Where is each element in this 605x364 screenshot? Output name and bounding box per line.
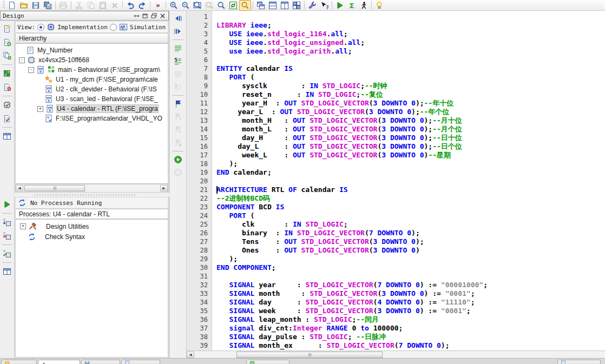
- code-line[interactable]: [216, 12, 605, 21]
- bottom-tab[interactable]: [557, 360, 601, 364]
- code-line[interactable]: sysclk : IN STD_LOGIC;--时钟: [216, 82, 605, 90]
- code-line[interactable]: COMPONENT BCD IS: [216, 203, 605, 211]
- code-line[interactable]: SIGNAL week : STD_LOGIC_VECTOR(3 DOWNTO …: [216, 307, 605, 315]
- next-bookmark-button[interactable]: [172, 111, 184, 122]
- toggle-bookmark-button[interactable]: [172, 98, 184, 109]
- cut-button[interactable]: [73, 0, 85, 11]
- previous-view-button[interactable]: [172, 13, 184, 24]
- close-panel-button[interactable]: [159, 12, 166, 19]
- process-item[interactable]: Check Syntax: [16, 231, 168, 242]
- hierarchy-item[interactable]: VHDU2 - clk_devider - Behavioral (F:\IS: [16, 84, 168, 94]
- refresh-view-button[interactable]: [227, 0, 239, 11]
- code-line[interactable]: SIGNAL day : STD_LOGIC_VECTOR(4 DOWNTO 0…: [216, 298, 605, 307]
- paste-button[interactable]: [97, 0, 109, 11]
- abort-process-button[interactable]: [358, 0, 370, 11]
- hierarchy-item[interactable]: -xc4vsx25-10ff668: [16, 55, 168, 65]
- undo-line-changes-button[interactable]: 5: [172, 56, 184, 67]
- hierarchy-tree[interactable]: My_Number-xc4vsx25-10ff668-VHDmain - Beh…: [15, 43, 168, 184]
- code-line[interactable]: month_L : OUT STD_LOGIC_VECTOR(3 DOWNTO …: [216, 125, 605, 134]
- bottom-tab[interactable]: [38, 360, 80, 364]
- tree-expander[interactable]: -: [28, 67, 34, 73]
- processes-tree[interactable]: +Design UtilitiesCheck Syntax: [15, 219, 168, 358]
- code-line[interactable]: SIGNAL leap_month : STD_LOGIC;--闰月: [216, 315, 605, 324]
- code-line[interactable]: END calendar;: [216, 168, 605, 177]
- view-radio-simulation[interactable]: [110, 24, 117, 31]
- code-line[interactable]: month_H : OUT STD_LOGIC_VECTOR(3 DOWNTO …: [216, 116, 605, 125]
- zoom-out-button[interactable]: [180, 0, 192, 11]
- code-line[interactable]: SIGNAL month : STD_LOGIC_VECTOR(3 DOWNTO…: [216, 289, 605, 298]
- hierarchy-item[interactable]: My_Number: [16, 45, 168, 55]
- process-item[interactable]: +Design Utilities: [16, 221, 168, 231]
- redo-button[interactable]: [136, 0, 148, 11]
- code-line[interactable]: day_L : OUT STD_LOGIC_VECTOR(3 DOWNTO 0)…: [216, 142, 605, 151]
- tip-lightbulb-button[interactable]: [373, 0, 385, 11]
- add-copy-of-source-button[interactable]: [1, 50, 13, 61]
- code-line[interactable]: );: [216, 255, 605, 263]
- navigate-back-button[interactable]: [172, 154, 184, 165]
- editor-hscrollbar[interactable]: ◀: [187, 350, 605, 359]
- code-line[interactable]: SIGNAL day_pulse : STD_LOGIC; --日脉冲: [216, 333, 605, 341]
- restore-panel-button[interactable]: [150, 12, 157, 19]
- hierarchy-item[interactable]: U1 - my_dcm (F:\ISE_program\cale: [16, 75, 168, 84]
- zoom-in-button[interactable]: [168, 0, 180, 11]
- message-filtering-button[interactable]: [1, 113, 13, 124]
- select-lines-disabled-button[interactable]: [172, 69, 184, 80]
- code-line[interactable]: [216, 272, 605, 281]
- design-properties-button[interactable]: [1, 100, 13, 110]
- bottom-tab[interactable]: [121, 360, 160, 364]
- code-line[interactable]: Ones : OUT STD_LOGIC_VECTOR(3 DOWNTO 0): [216, 246, 605, 255]
- code-line[interactable]: USE ieee.std_logic_unsigned.all;: [216, 38, 605, 47]
- settings-wrench-button[interactable]: [306, 0, 318, 11]
- code-line[interactable]: Tens : OUT STD_LOGIC_VECTOR(3 DOWNTO 0);: [216, 237, 605, 246]
- code-line[interactable]: clk : IN STD_LOGIC;: [216, 220, 605, 229]
- code-line[interactable]: SIGNAL year : STD_LOGIC_VECTOR(7 DOWNTO …: [216, 281, 605, 289]
- scrollbar-thumb[interactable]: [24, 185, 85, 191]
- remove-source-button[interactable]: [1, 82, 13, 92]
- tree-expander[interactable]: +: [20, 223, 26, 229]
- run-button[interactable]: [334, 0, 346, 11]
- scroll-left-arrow[interactable]: ◀: [187, 352, 194, 358]
- code-line[interactable]: USE ieee.std_logic_1164.all;: [216, 30, 605, 38]
- tile-vertically-button[interactable]: [279, 0, 291, 11]
- code-line[interactable]: signal div_cnt:Integer RANGE 0 to 100000…: [216, 324, 605, 333]
- show-columns-2-button[interactable]: [1, 266, 13, 277]
- code-line[interactable]: );: [216, 160, 605, 168]
- bottom-tab[interactable]: [81, 360, 120, 364]
- zoom-to-box-button[interactable]: [203, 0, 215, 11]
- manual-compile-order-button[interactable]: [1, 68, 13, 79]
- code-line[interactable]: END COMPONENT;: [216, 263, 605, 272]
- stop-process-button[interactable]: [1, 230, 13, 241]
- maximize-panel-button[interactable]: [141, 12, 149, 19]
- next-view-button[interactable]: [172, 26, 184, 37]
- code-editor[interactable]: 1234567891011121314151617181920212223242…: [187, 11, 605, 350]
- code-line[interactable]: year_L : OUT STD_LOGIC_VECTOR(3 DOWNTO 0…: [216, 108, 605, 116]
- tile-horizontally-button[interactable]: [267, 0, 279, 11]
- scroll-right-arrow[interactable]: ▶: [160, 185, 168, 191]
- code-line[interactable]: ARCHITECTURE RTL OF calendar IS: [216, 186, 605, 194]
- cascade-windows-button[interactable]: [255, 0, 267, 11]
- bottom-tab[interactable]: [246, 360, 290, 364]
- tree-expander[interactable]: -: [19, 57, 25, 63]
- code-line[interactable]: [216, 56, 605, 64]
- code-line[interactable]: ENTITY calendar IS: [216, 64, 605, 73]
- add-source-button[interactable]: [1, 37, 13, 48]
- previous-bookmark-button[interactable]: [172, 124, 184, 135]
- hierarchy-item[interactable]: -VHDmain - Behavioral (F:\ISE_program\: [16, 65, 168, 75]
- tree-expander[interactable]: +: [37, 106, 43, 112]
- select-lines-button[interactable]: [172, 43, 184, 54]
- copy-button[interactable]: [85, 0, 97, 11]
- show-columns-button[interactable]: [1, 131, 13, 142]
- bottom-tab[interactable]: [1, 360, 37, 364]
- select-zoom-tool-button[interactable]: [239, 0, 251, 11]
- save-all-button[interactable]: [42, 0, 54, 11]
- new-source-button[interactable]: [1, 23, 13, 34]
- sum-reports-button[interactable]: Σ: [346, 0, 358, 11]
- code-line[interactable]: SIGNAL month_ex : STD_LOGIC_VECTOR(7 DOW…: [216, 341, 605, 350]
- code-line[interactable]: --2进制转BCD码: [216, 194, 605, 203]
- code-area[interactable]: LIBRARY ieee; USE ieee.std_logic_1164.al…: [212, 11, 605, 350]
- rerun-process-button[interactable]: [1, 217, 13, 228]
- hierarchy-item[interactable]: VHDU3 - scan_led - Behavioral (F:\ISE_: [16, 94, 168, 104]
- code-line[interactable]: year_H : OUT STD_LOGIC_VECTOR(3 DOWNTO 0…: [216, 99, 605, 108]
- zoom-full-view-button[interactable]: [192, 0, 203, 11]
- code-line[interactable]: reset_n : IN STD_LOGIC;--复位: [216, 90, 605, 99]
